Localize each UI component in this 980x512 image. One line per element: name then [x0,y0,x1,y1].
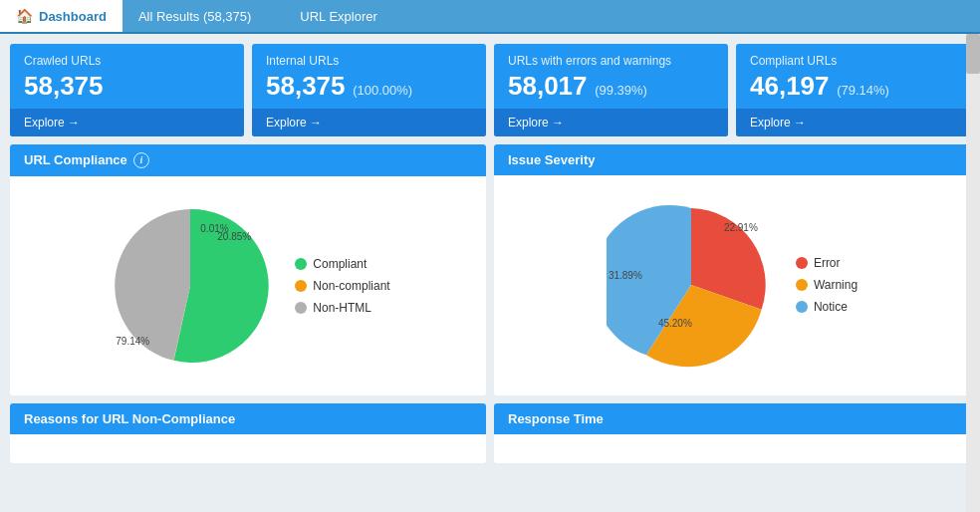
issue-severity-pie: 45.20% 31.89% 22.91% [607,200,776,370]
crawled-value: 58,375 [24,71,104,101]
compliant-value: 46,197 [750,71,830,101]
warning-dot [796,279,808,291]
scrollbar-thumb[interactable] [966,34,980,74]
main-content: Crawled URLs 58,375 Explore → Internal U… [0,34,980,512]
compliant-explore[interactable]: Explore → [736,109,970,136]
url-compliance-header: URL Compliance i [10,144,486,176]
errors-label: URLs with errors and warnings [508,54,714,68]
url-compliance-pie: 79.14% 0.01% 20.85% [106,201,275,371]
stat-card-errors: URLs with errors and warnings 58,017 (99… [494,44,728,136]
info-icon[interactable]: i [133,152,149,168]
tab-dashboard[interactable]: 🏠 Dashboard [0,0,122,32]
stat-card-crawled: Crawled URLs 58,375 Explore → [10,44,244,136]
response-time-header: Response Time [494,403,970,434]
issue-severity-body: 45.20% 31.89% 22.91% Error Warning [494,175,970,394]
errors-sub: (99.39%) [595,83,647,98]
stat-card-compliant: Compliant URLs 46,197 (79.14%) Explore → [736,44,970,136]
compliant-dot [295,258,307,270]
url-compliance-legend: Compliant Non-compliant Non-HTML [295,257,389,315]
non-compliance-panel: Reasons for URL Non-Compliance [10,403,486,463]
filter-icon: ▼ [283,10,294,22]
non-html-dot [295,302,307,314]
issue-severity-panel: Issue Severity 45.20% [494,144,970,395]
tab-url-explorer[interactable]: ▼ URL Explorer [267,0,392,32]
compliant-label: Compliant URLs [750,54,956,68]
tab-all-results[interactable]: All Results (58,375) [122,0,267,32]
non-compliant-dot [295,280,307,292]
compliant-sub: (79.14%) [837,83,889,98]
internal-value: 58,375 [266,71,346,101]
internal-sub: (100.00%) [353,83,412,98]
errors-value: 58,017 [508,71,588,101]
internal-label: Internal URLs [266,54,472,68]
url-compliance-body: 79.14% 0.01% 20.85% Compliant Non-compli… [10,176,486,395]
crawled-explore[interactable]: Explore → [10,109,244,136]
non-compliance-header: Reasons for URL Non-Compliance [10,403,486,434]
internal-explore[interactable]: Explore → [252,109,486,136]
issue-severity-legend: Error Warning Notice [796,256,858,314]
issue-severity-header: Issue Severity [494,144,970,175]
url-compliance-panel: URL Compliance i [10,144,486,395]
crawled-label: Crawled URLs [24,54,230,68]
scrollbar-track[interactable] [966,34,980,512]
tab-bar: 🏠 Dashboard All Results (58,375) ▼ URL E… [0,0,980,34]
error-dot [796,257,808,269]
response-time-panel: Response Time [494,403,970,463]
errors-explore[interactable]: Explore → [494,109,728,136]
stat-cards-row: Crawled URLs 58,375 Explore → Internal U… [10,44,970,136]
stat-card-internal: Internal URLs 58,375 (100.00%) Explore → [252,44,486,136]
charts-row: URL Compliance i [10,144,970,395]
bottom-row: Reasons for URL Non-Compliance Response … [10,403,970,463]
notice-dot [796,301,808,313]
home-icon: 🏠 [16,8,33,24]
